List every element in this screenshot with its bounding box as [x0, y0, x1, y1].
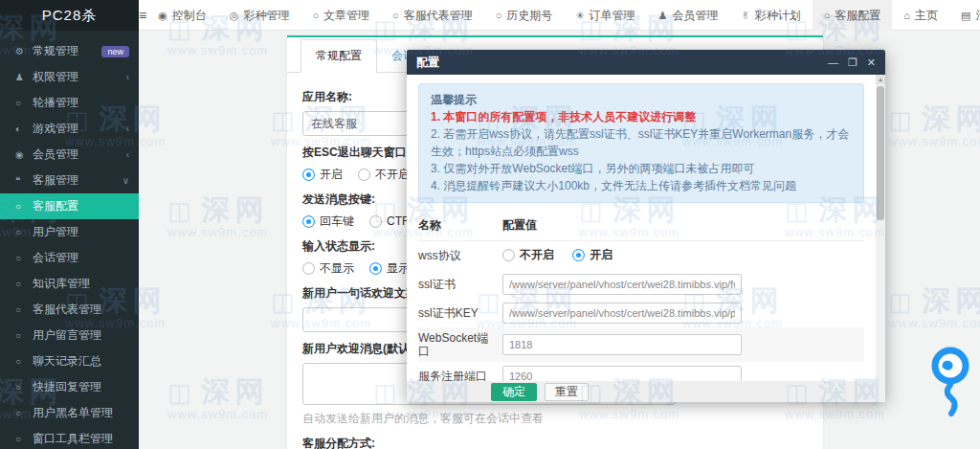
watermark-url: www.sw9m.com	[167, 225, 269, 240]
chevron-down-icon: ∨	[122, 175, 129, 186]
config-value-input[interactable]	[502, 274, 742, 295]
watermark-logo-text: 深网	[923, 284, 980, 316]
maximize-icon[interactable]: ❐	[848, 57, 858, 68]
tip-line-3: 4. 消息提醒铃声建议大小100kb，文件无法上传请参考插件文档常见问题	[431, 177, 852, 194]
watermark-logo-text: 深网	[202, 375, 269, 407]
menu-icon[interactable]: ≡	[139, 0, 146, 31]
service-config-icon: ○	[824, 10, 831, 21]
top-nav: ≡ ◉控制台◎彩种管理○文章管理○客服代表管理○历史期号✳订单管理♟会员管理✌彩…	[139, 0, 980, 31]
config-row-1: ssl证书KEY	[418, 299, 864, 327]
sidebar-item-6[interactable]: ○客服配置	[0, 193, 139, 219]
welcome-msg-help: 自动发送给新用户的消息，客服可在会话中查看	[302, 411, 808, 427]
sidebar-item-label: 客服管理	[33, 172, 78, 189]
circle-icon: ○	[15, 304, 33, 315]
sidebar-item-9[interactable]: ○知识库管理	[0, 271, 139, 297]
sidebar-item-15[interactable]: ○窗口工具栏管理	[0, 426, 139, 449]
nav-item-7[interactable]: ✌彩种计划	[729, 0, 812, 31]
esc-on-radio[interactable]: 开启	[302, 167, 343, 183]
home-icon: ⌂	[903, 10, 910, 21]
sidebar-item-5[interactable]: ❝客服管理∨	[0, 168, 139, 193]
sidebar-item-10[interactable]: ○客服代表管理	[0, 297, 139, 323]
chat-bubble-icon: ❝	[15, 175, 33, 186]
watermark-logo-icon: ◫	[167, 378, 196, 407]
lottery-manage-icon: ◎	[230, 10, 239, 22]
watermark-logo-text: 深网	[202, 193, 269, 225]
config-value-input[interactable]	[502, 366, 742, 381]
article-manage-icon: ○	[312, 10, 319, 21]
circle-icon: ○	[15, 408, 33, 418]
nav-item-1[interactable]: ◎彩种管理	[218, 0, 301, 31]
nav-item-9[interactable]: ⌂主页	[892, 0, 949, 31]
nav-item-3[interactable]: ○客服代表管理	[381, 0, 484, 31]
scrollbar-up-arrow[interactable]: ▲	[876, 75, 885, 84]
tab-general-config[interactable]: 常规配置	[301, 39, 377, 73]
sidebar-item-12[interactable]: ○聊天记录汇总	[0, 348, 139, 374]
circle-icon: ○	[15, 98, 33, 108]
sidebar-item-label: 会员管理	[33, 146, 78, 163]
member-icon: ◉	[15, 149, 33, 160]
esc-off-radio[interactable]: 不开启	[358, 167, 410, 183]
tips-title: 温馨提示	[431, 91, 852, 108]
nav-item-label: 客服代表管理	[404, 8, 473, 24]
watermark-tile: ◫深网www.sw9m.com	[167, 195, 269, 240]
chevron-left-icon: ‹	[126, 123, 129, 134]
top-nav-items: ◉控制台◎彩种管理○文章管理○客服代表管理○历史期号✳订单管理♟会员管理✌彩种计…	[146, 0, 980, 31]
nav-item-8[interactable]: ○客服配置	[813, 0, 893, 31]
col-name: 名称	[418, 217, 502, 234]
sidebar-item-label: 用户留言管理	[33, 327, 101, 344]
config-row-label: 服务注册端口	[418, 370, 502, 381]
sidebar-item-label: 轮播管理	[33, 95, 78, 111]
nav-item-0[interactable]: ◉控制台	[146, 0, 218, 31]
new-badge: new	[101, 46, 129, 57]
tips-list: 1. 本窗口的所有配置项，非技术人员不建议进行调整2. 若需开启wss协议，请先…	[431, 108, 852, 194]
sidebar-item-1[interactable]: ♟权限管理‹	[0, 64, 139, 90]
sidebar-item-8[interactable]: ○会话管理	[0, 245, 139, 271]
typing-show-radio[interactable]: 显示	[369, 260, 410, 277]
nav-item-label: 客服配置	[835, 8, 880, 24]
circle-icon: ○	[15, 330, 33, 341]
users-icon: ♟	[15, 72, 33, 82]
dialog-titlebar[interactable]: 配置 — ❐ ✕	[407, 50, 885, 75]
sidebar-item-3[interactable]: ◐游戏管理‹	[0, 116, 139, 142]
wss-row: wss协议 不开启 开启	[418, 241, 864, 270]
dashboard-icon: ◉	[158, 10, 167, 22]
nav-item-label: 会员管理	[672, 8, 718, 24]
sidebar-item-label: 窗口工具栏管理	[33, 431, 113, 447]
wss-on-radio[interactable]: 开启	[572, 247, 612, 263]
watermark-tile: ◫深网www.sw9m.com	[888, 286, 980, 331]
config-value-input[interactable]	[502, 303, 742, 324]
nav-item-10[interactable]: ▤清除缓存	[949, 0, 980, 31]
dialog-scrollbar[interactable]: ▲	[876, 75, 885, 402]
chevron-left-icon: ‹	[126, 72, 129, 82]
sidebar-item-7[interactable]: ○用户管理	[0, 219, 139, 245]
nav-item-6[interactable]: ♟会员管理	[647, 0, 730, 31]
circle-icon: ○	[15, 253, 33, 263]
nav-item-5[interactable]: ✳订单管理	[564, 0, 646, 31]
sidebar-item-13[interactable]: ○快捷回复管理	[0, 374, 139, 400]
scrollbar-thumb[interactable]	[877, 86, 884, 220]
agent-manage-icon: ○	[392, 10, 399, 21]
typing-hide-radio[interactable]: 不显示	[302, 260, 354, 277]
sidebar-item-4[interactable]: ◉会员管理‹	[0, 142, 139, 168]
confirm-button[interactable]: 确定	[491, 383, 537, 401]
sidebar-item-2[interactable]: ○轮播管理	[0, 90, 139, 116]
watermark-url: www.sw9m.com	[888, 134, 980, 149]
wss-off-radio[interactable]: 不开启	[502, 247, 554, 263]
watermark-url: www.sw9m.com	[888, 316, 980, 331]
reset-button[interactable]: 重置	[545, 383, 589, 401]
send-enter-radio[interactable]: 回车键	[302, 213, 354, 230]
nav-item-2[interactable]: ○文章管理	[301, 0, 381, 31]
sidebar-item-11[interactable]: ○用户留言管理	[0, 323, 139, 348]
floating-chat-balloon-icon[interactable]	[926, 345, 976, 422]
dialog-title: 配置	[416, 55, 439, 71]
config-value-input[interactable]	[502, 334, 742, 355]
close-icon[interactable]: ✕	[867, 57, 876, 68]
config-row-label: ssl证书KEY	[418, 306, 502, 320]
nav-item-4[interactable]: ○历史期号	[484, 0, 565, 31]
sidebar-item-14[interactable]: ○用户黑名单管理	[0, 400, 139, 426]
minimize-icon[interactable]: —	[828, 57, 838, 68]
member-manage-icon: ♟	[658, 10, 668, 22]
sidebar-item-0[interactable]: ⚙常规管理new	[0, 38, 139, 64]
circle-icon: ○	[15, 434, 33, 444]
circle-icon: ○	[15, 356, 33, 367]
